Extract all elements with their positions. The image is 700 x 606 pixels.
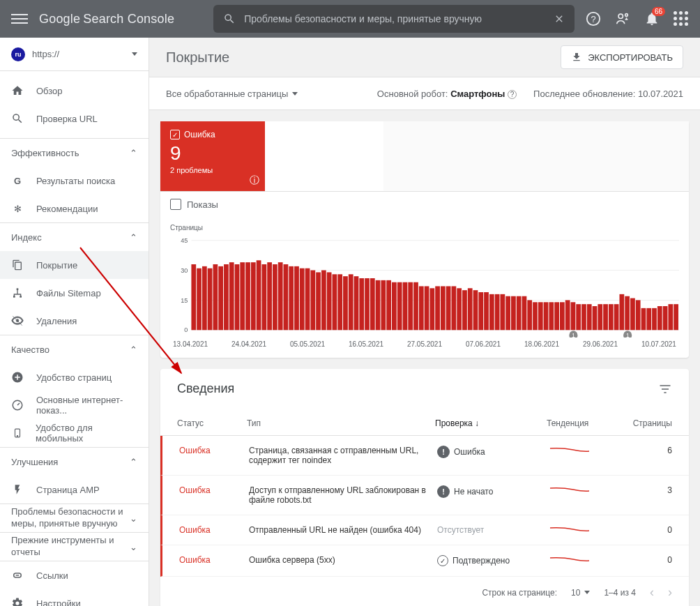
svg-rect-65 <box>441 286 446 330</box>
property-selector[interactable]: ru https:// <box>0 38 149 71</box>
svg-rect-73 <box>484 292 489 330</box>
section-quality[interactable]: Качество⌃ <box>0 335 149 363</box>
shows-toggle[interactable]: Показы <box>160 191 689 217</box>
tab-faded <box>383 121 689 191</box>
help-icon[interactable]: ? <box>586 11 601 26</box>
table-row[interactable]: ОшибкаДоступ к отправленному URL заблоки… <box>160 476 689 515</box>
export-button[interactable]: ЭКСПОРТИРОВАТЬ <box>561 45 683 69</box>
tab-error[interactable]: ✓Ошибка 9 2 проблемы ⓘ <box>160 121 265 191</box>
chart: Страницы 015304511 13.04.202124.04.20210… <box>160 217 689 358</box>
section-index[interactable]: Индекс⌃ <box>0 223 149 251</box>
section-effectiveness[interactable]: Эффективность⌃ <box>0 139 149 167</box>
svg-rect-28 <box>240 262 245 330</box>
help-icon[interactable]: ⓘ <box>250 174 259 187</box>
svg-rect-102 <box>641 308 646 330</box>
apps-icon[interactable] <box>674 11 689 26</box>
svg-rect-58 <box>403 282 408 331</box>
svg-rect-43 <box>321 271 326 331</box>
svg-rect-5 <box>13 296 15 298</box>
filter-icon[interactable] <box>658 382 672 396</box>
svg-rect-91 <box>581 304 586 330</box>
svg-rect-51 <box>365 278 370 330</box>
svg-rect-48 <box>349 274 353 330</box>
svg-rect-75 <box>495 294 500 330</box>
svg-rect-24 <box>218 266 223 330</box>
notifications-icon[interactable]: 66 <box>644 11 660 26</box>
svg-rect-96 <box>609 304 614 330</box>
sort-check[interactable]: Проверка ↓ <box>435 418 547 428</box>
svg-rect-33 <box>267 262 272 330</box>
svg-text:1: 1 <box>572 332 575 338</box>
menu-icon[interactable] <box>11 10 28 27</box>
svg-rect-4 <box>17 288 19 290</box>
svg-text:?: ? <box>591 14 595 24</box>
svg-rect-52 <box>370 278 375 330</box>
section-legacy[interactable]: Прежние инструменты и отчеты⌄ <box>0 533 149 561</box>
svg-rect-74 <box>489 294 494 330</box>
svg-rect-46 <box>337 274 342 330</box>
help-icon[interactable]: ? <box>508 90 517 99</box>
users-icon[interactable] <box>615 11 630 26</box>
svg-rect-60 <box>413 282 418 331</box>
search-bar[interactable] <box>213 5 575 33</box>
logo[interactable]: Google Search Console <box>39 12 174 26</box>
page-prev[interactable]: ‹ <box>650 585 654 600</box>
table-row[interactable]: ОшибкаСтраница, связанная с отправленным… <box>160 436 689 476</box>
details-card: Сведения Статус Тип Проверка ↓ Тенденция… <box>160 369 689 606</box>
svg-rect-55 <box>386 280 391 330</box>
svg-rect-64 <box>435 286 440 330</box>
sidebar: ru https:// Обзор Проверка URL Эффективн… <box>0 38 149 606</box>
nav-amp[interactable]: Страница AMP <box>0 476 149 503</box>
svg-text:15: 15 <box>181 296 188 303</box>
filter-dropdown[interactable]: Все обработанные страницы <box>166 89 298 99</box>
svg-rect-67 <box>452 286 457 330</box>
svg-rect-49 <box>354 276 359 330</box>
svg-rect-47 <box>343 276 348 330</box>
svg-point-2 <box>618 14 623 18</box>
nav-page-experience[interactable]: Удобство страниц <box>0 363 149 391</box>
svg-rect-71 <box>473 290 478 330</box>
nav-links[interactable]: Ссылки <box>0 561 149 589</box>
table-row[interactable]: ОшибкаОшибка сервера (5xx)✓Подтверждено0 <box>160 545 689 577</box>
nav-removals[interactable]: Удаления <box>0 307 149 335</box>
nav-mobile[interactable]: Удобство для мобильных <box>0 419 149 447</box>
svg-rect-107 <box>668 304 673 330</box>
search-input[interactable] <box>244 13 545 24</box>
link-icon <box>11 569 24 582</box>
svg-rect-86 <box>554 302 559 330</box>
svg-rect-45 <box>333 274 337 330</box>
close-icon[interactable] <box>554 13 565 24</box>
svg-rect-26 <box>229 262 234 330</box>
checkbox-icon <box>170 199 181 210</box>
svg-rect-25 <box>224 264 229 330</box>
nav-recommendations[interactable]: ✻Рекомендации <box>0 195 149 222</box>
nav-settings[interactable]: Настройки <box>0 589 149 606</box>
svg-rect-40 <box>305 268 310 331</box>
rows-per-page-select[interactable]: 10 <box>571 588 590 598</box>
chart-card: ✓Ошибка 9 2 проблемы ⓘ Показы Страницы 0… <box>160 121 689 358</box>
nav-web-vitals[interactable]: Основные интернет-показ... <box>0 391 149 419</box>
svg-rect-44 <box>327 272 332 330</box>
google-icon: G <box>11 174 24 187</box>
nav-search-results[interactable]: GРезультаты поиска <box>0 167 149 195</box>
checkbox-icon: ✓ <box>170 130 180 139</box>
svg-rect-89 <box>571 302 576 330</box>
plus-circle-icon <box>11 371 24 384</box>
table-row[interactable]: ОшибкаОтправленный URL не найден (ошибка… <box>160 515 689 545</box>
filter-bar: Все обработанные страницы Основной робот… <box>149 77 700 110</box>
primary-robot: Основной робот: Смартфоны ? <box>377 89 517 99</box>
favicon-icon: ru <box>11 47 25 61</box>
svg-rect-57 <box>397 282 402 331</box>
section-security[interactable]: Проблемы безопасности и меры, принятые в… <box>0 504 149 532</box>
nav-overview[interactable]: Обзор <box>0 77 149 105</box>
nav-url-check[interactable]: Проверка URL <box>0 105 149 132</box>
svg-rect-81 <box>527 300 532 330</box>
page-title: Покрытие <box>166 50 229 66</box>
svg-rect-53 <box>376 280 381 330</box>
svg-rect-38 <box>294 266 299 330</box>
nav-coverage[interactable]: Покрытие <box>0 251 149 279</box>
page-next[interactable]: › <box>668 585 672 600</box>
search-icon <box>223 13 236 25</box>
section-improvements[interactable]: Улучшения⌃ <box>0 448 149 476</box>
nav-sitemaps[interactable]: Файлы Sitemap <box>0 279 149 307</box>
